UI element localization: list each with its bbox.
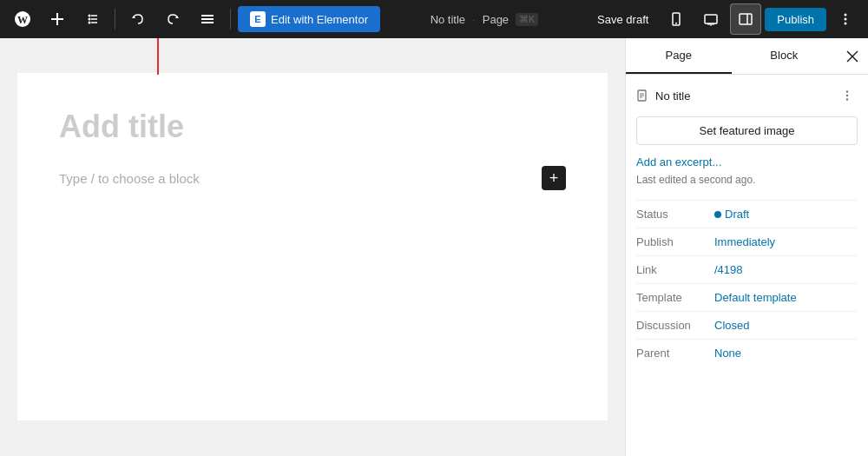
right-sidebar: Page Block [625,38,868,456]
block-placeholder-row: Type / to choose a block + [59,166,566,190]
status-value[interactable]: Draft [714,208,749,221]
svg-rect-14 [201,22,214,23]
redo-button[interactable] [157,3,188,35]
block-placeholder-text: Type / to choose a block [59,171,200,186]
template-value[interactable]: Default template [714,291,797,304]
edit-with-elementor-button[interactable]: E Edit with Elementor [238,6,380,32]
link-value[interactable]: /4198 [714,263,743,276]
add-block-inline-button[interactable]: + [542,166,566,190]
undo-button[interactable] [122,3,154,35]
edit-elementor-label: Edit with Elementor [271,13,368,26]
publish-value[interactable]: Immediately [714,235,775,248]
svg-point-4 [89,15,91,17]
svg-point-24 [845,23,847,25]
svg-point-32 [846,95,848,96]
svg-rect-3 [51,18,63,20]
set-featured-image-button[interactable]: Set featured image [636,116,858,145]
tab-block[interactable]: Block [732,38,838,74]
discussion-label: Discussion [636,319,714,332]
sidebar-body: No title Set featured image Add an excer… [626,75,868,456]
last-edited-text: Last edited a second ago. [636,174,858,186]
publish-row: Publish Immediately [636,228,858,255]
template-label: Template [636,291,714,304]
publish-label: Publish [636,235,714,248]
more-options-button[interactable] [830,3,861,35]
no-title-text: No title [655,89,830,102]
status-row: Status Draft [636,200,858,228]
svg-point-6 [89,22,91,24]
main-area: Add title Type / to choose a block + Pag… [0,38,868,456]
status-label: Status [636,208,714,221]
svg-rect-13 [201,18,214,20]
sidebar-view-button[interactable] [730,3,761,35]
parent-row: Parent None [636,339,858,367]
svg-rect-17 [705,15,717,23]
svg-rect-19 [710,25,712,26]
svg-rect-12 [201,15,214,17]
title-input[interactable]: Add title [59,108,566,145]
parent-value[interactable]: None [714,347,741,360]
sidebar-header: Page Block [626,38,868,75]
page-info-button[interactable]: No title · Page ⌘K [419,9,550,30]
svg-rect-18 [707,23,714,25]
svg-text:W: W [17,14,28,26]
link-label: Link [636,263,714,276]
keyboard-shortcut: ⌘K [516,13,538,26]
parent-label: Parent [636,347,714,360]
svg-point-33 [846,98,848,100]
svg-point-5 [89,18,91,21]
toolbar-divider-2 [230,9,231,30]
svg-rect-20 [740,14,752,24]
svg-point-31 [846,90,848,92]
elementor-icon: E [250,11,266,27]
no-title-menu-button[interactable] [837,85,858,106]
svg-rect-16 [675,23,677,24]
page-separator: · [472,13,476,26]
toolbar-divider-1 [115,9,115,30]
no-title-row: No title [636,85,858,106]
publish-button[interactable]: Publish [765,8,826,31]
tools-button[interactable] [76,3,108,35]
editor-area[interactable]: Add title Type / to choose a block + [0,38,625,456]
wp-logo-button[interactable]: W [7,3,38,35]
link-row: Link /4198 [636,255,858,283]
sidebar-close-button[interactable] [837,41,868,72]
mobile-view-button[interactable] [661,3,692,35]
document-icon [636,89,648,102]
template-row: Template Default template [636,283,858,311]
list-view-button[interactable] [192,3,223,35]
tab-page[interactable]: Page [626,38,732,74]
status-dot [714,211,721,218]
add-block-toolbar-button[interactable] [42,3,73,35]
discussion-row: Discussion Closed [636,311,858,339]
save-draft-button[interactable]: Save draft [589,8,657,31]
fullscreen-view-button[interactable] [695,3,727,35]
arrow-line [157,38,159,75]
svg-point-22 [845,14,847,17]
toolbar-right: Save draft Publish [589,3,861,35]
discussion-value[interactable]: Closed [714,319,749,332]
toolbar-center: No title · Page ⌘K [384,9,585,30]
top-toolbar: W [0,0,868,38]
page-title: No title [431,13,465,26]
add-excerpt-link[interactable]: Add an excerpt... [636,155,858,169]
page-type: Page [483,13,509,26]
svg-point-23 [845,18,847,21]
arrow-annotation [152,38,164,75]
editor-content: Add title Type / to choose a block + [17,73,608,420]
